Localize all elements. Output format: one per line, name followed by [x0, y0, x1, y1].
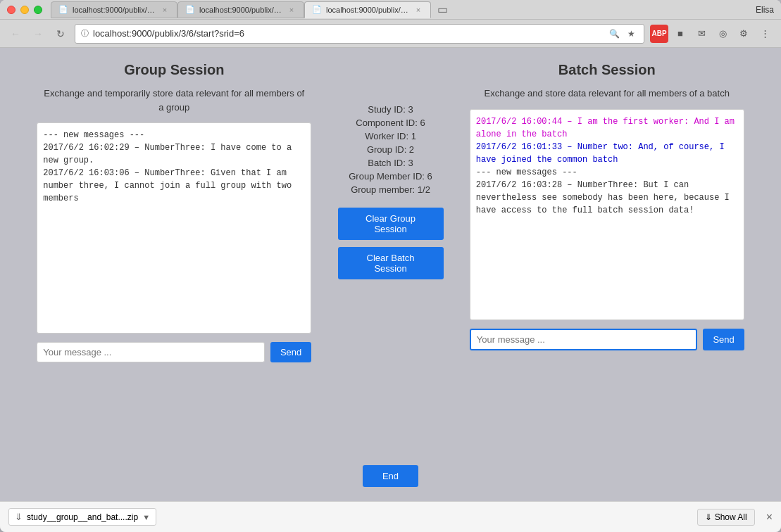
group-input-row: Send: [37, 342, 311, 362]
group-message-input[interactable]: [37, 342, 265, 362]
tab-3-title: localhost:9000/publix/3/6/sta...: [326, 6, 409, 14]
toolbar-btn-5[interactable]: ⋮: [756, 25, 774, 43]
toolbar-btn-4[interactable]: ⚙: [735, 25, 753, 43]
close-button[interactable]: [7, 6, 15, 14]
tab-3-close[interactable]: ×: [413, 5, 423, 15]
study-id: Study ID: 3: [368, 104, 413, 115]
batch-message-box[interactable]: 2017/6/2 16:00:44 – I am the first worke…: [470, 109, 744, 320]
batch-session-title: Batch Session: [558, 62, 656, 78]
maximize-button[interactable]: [34, 6, 42, 14]
traffic-lights: [7, 6, 42, 14]
download-file-name: study__group__and_bat....zip: [27, 512, 138, 522]
bookmark-icon[interactable]: ★: [624, 27, 638, 41]
minimize-button[interactable]: [20, 6, 29, 14]
new-tab-button[interactable]: ▭: [434, 1, 451, 18]
group-msg-0: --- new messages ---: [43, 129, 305, 141]
tab-1[interactable]: 📄 localhost:9000/publix/3/6/sta... ×: [51, 1, 177, 18]
title-bar: 📄 localhost:9000/publix/3/6/sta... × 📄 l…: [0, 0, 781, 20]
url-bar-actions: 🔍 ★: [607, 27, 638, 41]
refresh-button[interactable]: ↻: [52, 25, 69, 42]
tab-1-favicon: 📄: [58, 5, 68, 14]
group-session-panel: Group Session Exchange and temporarily s…: [14, 62, 335, 362]
tab-2-title: localhost:9000/publix/3/6/sta...: [199, 6, 282, 14]
show-all-button[interactable]: ⇓ Show All: [697, 509, 755, 526]
lock-icon: ⓘ: [81, 28, 89, 39]
group-id: Group ID: 2: [367, 144, 414, 155]
group-send-button[interactable]: Send: [270, 342, 311, 362]
batch-session-panel: Batch Session Exchange and store data re…: [447, 62, 768, 350]
toolbar-btn-2[interactable]: ✉: [692, 25, 711, 43]
batch-msg-0: 2017/6/2 16:00:44 – I am the first worke…: [476, 115, 738, 141]
sessions-layout: Group Session Exchange and temporarily s…: [14, 62, 767, 458]
clear-group-session-button[interactable]: Clear Group Session: [338, 208, 444, 240]
adblock-button[interactable]: ABP: [650, 25, 668, 43]
group-member: Group member: 1/2: [351, 184, 430, 195]
toolbar-btn-1[interactable]: ■: [671, 25, 689, 43]
main-content: Group Session Exchange and temporarily s…: [0, 48, 781, 501]
tab-2[interactable]: 📄 localhost:9000/publix/3/6/sta... ×: [177, 1, 304, 18]
tab-2-close[interactable]: ×: [287, 5, 296, 15]
download-item[interactable]: ⇓ study__group__and_bat....zip ▼: [8, 508, 156, 526]
batch-session-description: Exchange and store data relevant for all…: [485, 87, 730, 101]
batch-msg-1: 2017/6/2 16:01:33 – Number two: And, of …: [476, 141, 738, 166]
tab-3-favicon: 📄: [312, 5, 322, 14]
tab-3[interactable]: 📄 localhost:9000/publix/3/6/sta... ×: [304, 1, 431, 18]
download-bar: ⇓ study__group__and_bat....zip ▼ ⇓ Show …: [0, 501, 781, 532]
tab-2-favicon: 📄: [185, 5, 195, 14]
forward-button[interactable]: →: [30, 25, 46, 42]
group-msg-1: 2017/6/2 16:02:29 – NumberThree: I have …: [43, 141, 305, 167]
group-message-box[interactable]: --- new messages --- 2017/6/2 16:02:29 –…: [37, 122, 311, 334]
download-arrow-icon[interactable]: ▼: [142, 513, 150, 521]
tab-bar: 📄 localhost:9000/publix/3/6/sta... × 📄 l…: [51, 1, 749, 18]
show-all-label: Show All: [715, 512, 747, 522]
clear-batch-session-button[interactable]: Clear Batch Session: [338, 247, 444, 279]
group-member-id: Group Member ID: 6: [349, 171, 432, 182]
batch-msg-3: 2017/6/2 16:03:28 – NumberThree: But I c…: [476, 179, 738, 217]
batch-input-row: Send: [470, 329, 744, 350]
search-icon[interactable]: 🔍: [607, 27, 621, 41]
url-text: localhost:9000/publix/3/6/start?srid=6: [93, 28, 603, 39]
browser-toolbar: ABP ■ ✉ ◎ ⚙ ⋮: [650, 25, 774, 43]
group-msg-2: 2017/6/2 16:03:06 – NumberThree: Given t…: [43, 167, 305, 205]
end-row: End: [14, 465, 767, 487]
batch-message-input[interactable]: [470, 329, 698, 350]
info-block: Study ID: 3 Component ID: 6 Worker ID: 1…: [349, 104, 432, 195]
address-bar: ← → ↻ ⓘ localhost:9000/publix/3/6/start?…: [0, 20, 781, 48]
back-button[interactable]: ←: [7, 25, 24, 42]
worker-id: Worker ID: 1: [365, 131, 416, 141]
center-panel: Study ID: 3 Component ID: 6 Worker ID: 1…: [335, 62, 447, 279]
group-session-title: Group Session: [124, 62, 224, 78]
url-bar[interactable]: ⓘ localhost:9000/publix/3/6/start?srid=6…: [75, 24, 644, 44]
user-name: Elisa: [749, 5, 774, 15]
tab-1-close[interactable]: ×: [160, 5, 170, 15]
batch-send-button[interactable]: Send: [703, 329, 744, 350]
download-bar-close-button[interactable]: ×: [766, 511, 773, 524]
show-all-arrow-icon: ⇓: [705, 512, 712, 522]
browser-window: 📄 localhost:9000/publix/3/6/sta... × 📄 l…: [0, 0, 781, 532]
tab-1-title: localhost:9000/publix/3/6/sta...: [73, 6, 156, 14]
download-file-icon: ⇓: [15, 512, 23, 522]
group-session-description: Exchange and temporarily store data rele…: [40, 87, 308, 114]
component-id: Component ID: 6: [356, 118, 425, 128]
batch-msg-2: --- new messages ---: [476, 166, 738, 179]
batch-id: Batch ID: 3: [368, 158, 413, 168]
end-button[interactable]: End: [363, 465, 418, 487]
toolbar-btn-3[interactable]: ◎: [713, 25, 732, 43]
